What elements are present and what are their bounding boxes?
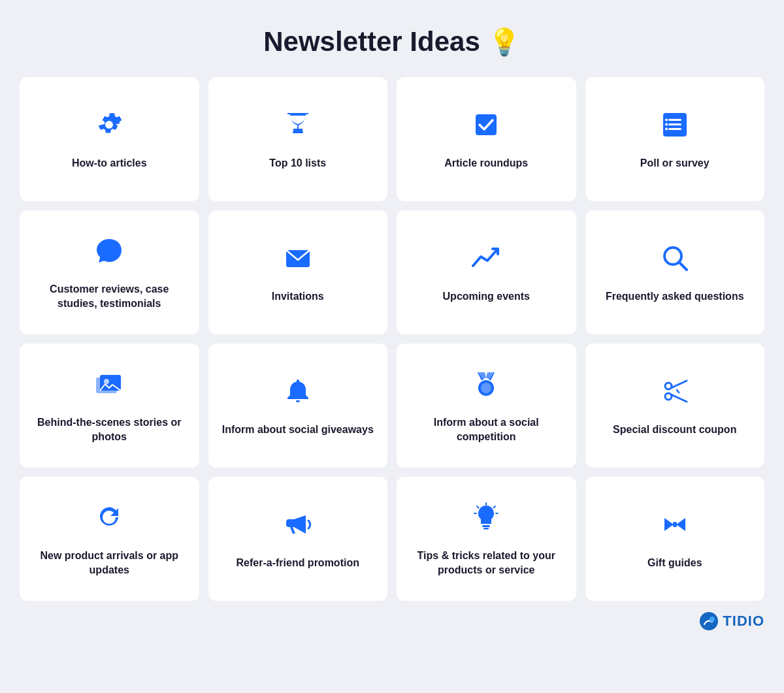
svg-line-25 [477, 506, 479, 508]
card-label-poll-or-survey: Poll or survey [640, 156, 710, 170]
svg-line-11 [679, 262, 687, 270]
megaphone-icon [282, 509, 314, 544]
bowtie-icon [659, 509, 691, 544]
title-text: Newsletter Ideas [263, 26, 480, 57]
cards-grid: How-to articles Top 10 lists Article rou… [20, 77, 764, 601]
svg-point-6 [665, 118, 668, 121]
svg-rect-4 [668, 123, 681, 125]
refresh-icon [93, 502, 125, 537]
card-label-social-giveaways: Inform about social giveaways [222, 423, 374, 437]
card-label-tips-tricks: Tips & tricks related to your products o… [410, 549, 563, 578]
svg-rect-23 [483, 528, 489, 530]
card-social-competition: Inform about a social competition [397, 344, 576, 468]
svg-line-20 [671, 395, 687, 402]
svg-rect-3 [668, 119, 681, 121]
trophy-icon [282, 109, 314, 144]
tidio-logo-icon [699, 611, 719, 631]
bell-icon [282, 376, 314, 411]
card-label-gift-guides: Gift guides [647, 556, 702, 570]
scissors-icon [659, 376, 691, 411]
list-icon [659, 109, 691, 144]
brand-footer: TIDIO [20, 611, 764, 631]
svg-point-16 [481, 383, 491, 393]
svg-line-21 [677, 390, 679, 393]
card-customer-reviews: Customer reviews, case studies, testimon… [20, 210, 199, 334]
card-label-upcoming-events: Upcoming events [443, 289, 530, 304]
svg-point-14 [104, 379, 109, 384]
svg-rect-22 [482, 525, 490, 527]
card-how-to-articles: How-to articles [20, 77, 199, 201]
photos-icon [93, 368, 125, 404]
card-label-new-product: New product arrivals or app updates [33, 549, 186, 578]
card-label-invitations: Invitations [272, 289, 324, 304]
card-faq: Frequently asked questions [585, 210, 765, 334]
card-label-top-10-lists: Top 10 lists [269, 156, 326, 170]
card-gift-guides: Gift guides [585, 477, 765, 601]
svg-point-8 [665, 127, 668, 130]
card-upcoming-events: Upcoming events [397, 210, 576, 334]
brand-logo: TIDIO [699, 611, 764, 631]
card-label-customer-reviews: Customer reviews, case studies, testimon… [33, 282, 186, 312]
svg-rect-0 [293, 131, 303, 133]
card-discount-coupon: Special discount coupon [585, 344, 765, 468]
card-label-social-competition: Inform about a social competition [410, 415, 563, 445]
svg-point-33 [710, 617, 715, 622]
search-icon [659, 242, 691, 278]
envelope-icon [282, 242, 314, 278]
trending-icon [470, 242, 502, 278]
bulb-emoji: 💡 [488, 27, 521, 57]
svg-point-7 [665, 123, 668, 125]
card-new-product: New product arrivals or app updates [20, 477, 199, 601]
lightbulb-icon [470, 502, 502, 537]
checkbox-icon [470, 109, 502, 144]
card-invitations: Invitations [208, 210, 388, 334]
card-label-how-to-articles: How-to articles [72, 156, 147, 170]
card-label-behind-scenes: Behind-the-scenes stories or photos [33, 415, 186, 445]
svg-rect-29 [673, 522, 677, 527]
card-behind-scenes: Behind-the-scenes stories or photos [20, 344, 199, 468]
svg-line-19 [671, 381, 687, 388]
svg-rect-5 [668, 128, 681, 130]
page-title: Newsletter Ideas 💡 [263, 26, 521, 57]
card-label-refer-friend: Refer-a-friend promotion [237, 556, 359, 570]
card-refer-friend: Refer-a-friend promotion [208, 477, 388, 601]
card-label-discount-coupon: Special discount coupon [613, 423, 736, 437]
card-top-10-lists: Top 10 lists [208, 77, 388, 201]
card-label-faq: Frequently asked questions [606, 289, 744, 304]
medal-icon [470, 368, 502, 404]
card-poll-or-survey: Poll or survey [585, 77, 765, 201]
card-social-giveaways: Inform about social giveaways [208, 344, 388, 468]
gear-icon [93, 109, 125, 144]
card-tips-tricks: Tips & tricks related to your products o… [397, 477, 576, 601]
card-label-article-roundups: Article roundups [444, 156, 528, 170]
svg-line-26 [494, 506, 496, 508]
card-article-roundups: Article roundups [397, 77, 576, 201]
chat-icon [93, 235, 125, 270]
brand-name: TIDIO [723, 613, 764, 630]
